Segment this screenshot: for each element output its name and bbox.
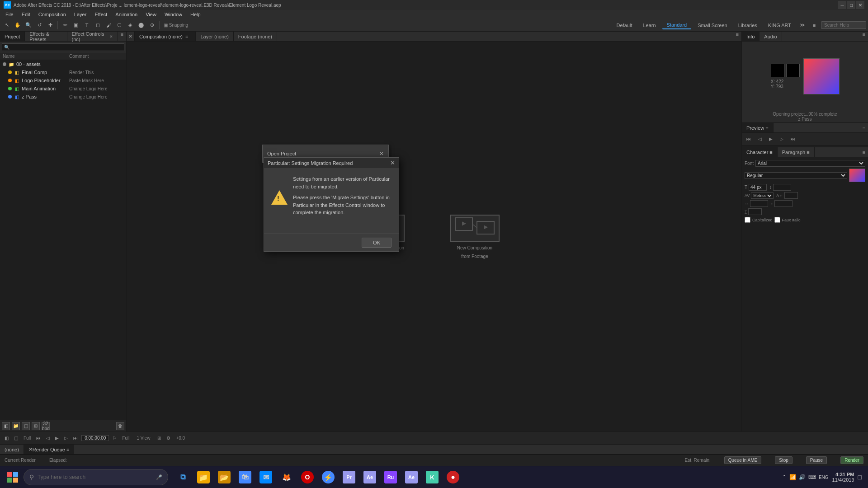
project-new-folder[interactable]: 📁: [12, 422, 20, 430]
workspace-options[interactable]: ≡: [809, 20, 819, 30]
stop-button[interactable]: Stop: [775, 456, 793, 464]
taskbar-app-firefox[interactable]: 🦊: [277, 467, 297, 487]
font-style-select[interactable]: Regular: [745, 172, 847, 179]
tool-paint[interactable]: 🖌: [104, 20, 113, 30]
microphone-icon[interactable]: 🎤: [156, 474, 162, 480]
tool-text[interactable]: T: [82, 20, 92, 30]
baseline-input[interactable]: 0 m: [748, 208, 762, 215]
background-color-swatch[interactable]: [786, 64, 800, 77]
tab-effect-controls[interactable]: Effect Controls (nc) ✕: [67, 32, 118, 41]
tab-audio[interactable]: Audio: [760, 32, 782, 41]
chevron-up-icon[interactable]: ⌃: [782, 474, 787, 480]
tool-eraser[interactable]: ◈: [125, 20, 135, 30]
tl-deselect-all[interactable]: ◫: [12, 435, 20, 441]
tl-select-all[interactable]: ◧: [3, 435, 10, 441]
taskbar-app-store[interactable]: 🛍: [235, 467, 255, 487]
preview-last-frame[interactable]: ⏭: [789, 136, 797, 142]
view-count-display[interactable]: 1 View: [133, 436, 154, 441]
tab-paragraph[interactable]: Paragraph ≡: [778, 147, 815, 157]
tool-rotate[interactable]: ↺: [34, 20, 44, 30]
menu-animation[interactable]: Animation: [112, 11, 141, 18]
kerning-select[interactable]: Metrics ▼: [751, 192, 774, 199]
tool-puppet[interactable]: ⊕: [147, 20, 157, 30]
font-family-select[interactable]: Arial: [755, 160, 865, 167]
timecode-display[interactable]: 0:00:00:00: [81, 435, 109, 441]
project-flow-chart[interactable]: ⊞: [32, 422, 40, 430]
foreground-color-swatch[interactable]: [771, 64, 784, 77]
migration-dialog-close-button[interactable]: ✕: [390, 160, 395, 166]
workspace-standard[interactable]: Standard: [662, 21, 692, 29]
project-color-depth[interactable]: 32 bpc: [42, 422, 50, 430]
tab-info[interactable]: Info: [742, 32, 760, 41]
tool-clone[interactable]: ⬡: [114, 20, 124, 30]
taskbar-search-box[interactable]: ⚲ Type here to search 🎤: [24, 469, 168, 485]
tl-next-frame[interactable]: ▷: [62, 435, 70, 441]
preview-play[interactable]: ▶: [767, 136, 774, 142]
keyboard-icon[interactable]: ⌨: [808, 474, 816, 480]
right-panel-top-options[interactable]: ≡: [860, 32, 868, 41]
tab-project[interactable]: Project: [0, 32, 25, 41]
tl-first-frame[interactable]: ⏮: [34, 435, 42, 441]
preview-panel-options[interactable]: ≡: [860, 125, 868, 131]
taskbar-app-file-explorer[interactable]: 📁: [193, 467, 213, 487]
clock-display[interactable]: 4:31 PM 11/4/2019: [832, 472, 854, 483]
snapping-toggle[interactable]: ▣ Snapping: [162, 23, 190, 28]
left-panel-options[interactable]: ≡: [118, 32, 126, 41]
view-options[interactable]: ⚙: [165, 436, 172, 441]
workspace-king-art[interactable]: KING ART: [764, 22, 796, 29]
preview-prev-frame[interactable]: ◁: [756, 136, 764, 142]
menu-window[interactable]: Window: [161, 11, 186, 18]
taskbar-app-custom-1[interactable]: K: [422, 467, 442, 487]
tool-zoom[interactable]: 🔍: [24, 20, 33, 30]
taskbar-app-task-view[interactable]: ⧉: [173, 467, 193, 487]
resolution-display[interactable]: Full: [120, 436, 131, 441]
notification-icon[interactable]: □: [858, 474, 862, 481]
tab-character[interactable]: Character ≡: [742, 147, 778, 157]
tab-layer[interactable]: Layer (none): [196, 32, 233, 41]
character-color-swatch[interactable]: [849, 169, 865, 182]
workspace-default[interactable]: Default: [612, 22, 637, 29]
project-interpret-footage[interactable]: ◧: [2, 422, 10, 430]
taskbar-app-custom-2[interactable]: ●: [443, 467, 463, 487]
project-delete[interactable]: 🗑: [116, 422, 124, 430]
horiz-scale-input[interactable]: 100 %: [750, 200, 768, 207]
tab-preview[interactable]: Preview ≡: [742, 123, 774, 132]
minimize-button[interactable]: ─: [838, 1, 846, 9]
workspace-libraries[interactable]: Libraries: [734, 22, 762, 29]
taskbar-app-ae-2[interactable]: Ae: [401, 467, 421, 487]
faux-italic-checkbox[interactable]: [774, 217, 780, 223]
taskbar-app-ae-1[interactable]: Ae: [360, 467, 380, 487]
tool-pen[interactable]: ✏: [60, 20, 70, 30]
workspace-small-screen[interactable]: Small Screen: [693, 22, 731, 29]
project-item-logo-placeholder[interactable]: ◧ Logo Placeholder Paste Mask Here: [0, 76, 126, 84]
tl-prev-frame[interactable]: ◁: [44, 435, 52, 441]
leading-input[interactable]: Auto: [773, 184, 791, 191]
workspace-overflow[interactable]: ≫: [797, 20, 807, 30]
network-icon[interactable]: 📶: [789, 474, 796, 480]
preview-first-frame[interactable]: ⏮: [745, 136, 753, 142]
maximize-button[interactable]: □: [847, 1, 855, 9]
tool-select[interactable]: ↖: [2, 20, 12, 30]
capitalized-checkbox[interactable]: [745, 217, 750, 223]
tl-play[interactable]: ▶: [53, 435, 61, 441]
tool-anchor[interactable]: ✚: [45, 20, 55, 30]
tab-render-queue[interactable]: ✕ Render Queue ≡: [24, 445, 75, 454]
tl-last-frame[interactable]: ⏭: [71, 435, 80, 441]
project-item-z-pass[interactable]: ◧ z Pass Change Logo Here: [0, 93, 126, 101]
view-layout-btn[interactable]: ⊞: [156, 436, 163, 441]
taskbar-app-rush[interactable]: Ru: [381, 467, 401, 487]
tool-shape[interactable]: ◻: [93, 20, 103, 30]
tab-effects-presets[interactable]: Effects & Presets: [25, 32, 67, 41]
language-label[interactable]: ENG: [819, 475, 829, 480]
character-panel-options[interactable]: ≡: [860, 150, 868, 155]
open-project-close-button[interactable]: ✕: [379, 150, 384, 157]
tab-timeline-none[interactable]: (none): [0, 445, 24, 454]
start-button[interactable]: [3, 467, 23, 487]
menu-edit[interactable]: Edit: [18, 11, 34, 18]
tab-composition[interactable]: Composition (none) ≡: [135, 32, 196, 41]
project-item-assets[interactable]: 📁 00 - assets: [0, 60, 126, 68]
menu-effect[interactable]: Effect: [91, 11, 111, 18]
center-panel-options[interactable]: ≡: [733, 32, 741, 41]
taskbar-app-premiere[interactable]: Pr: [339, 467, 359, 487]
workspace-learn[interactable]: Learn: [638, 22, 660, 29]
